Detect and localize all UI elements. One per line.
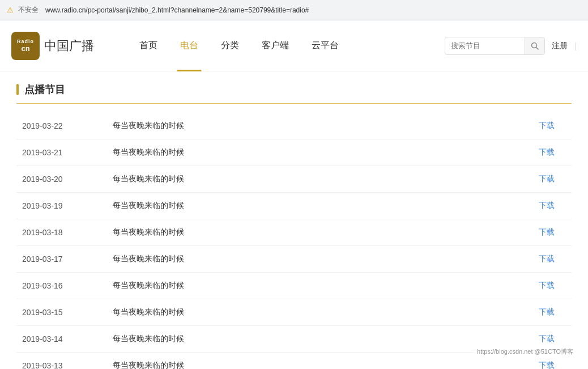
logo-area: Radio cn 中国广播	[11, 32, 94, 60]
browser-address-bar: ⚠ 不安全 www.radio.cn/pc-portal/sanji/zhibo…	[0, 0, 588, 20]
download-link[interactable]: 下载	[539, 307, 555, 317]
header-right: 注册 |	[445, 37, 577, 55]
download-link[interactable]: 下载	[539, 174, 555, 184]
program-date: 2019-03-13	[22, 361, 113, 369]
main-content: 点播节目 2019-03-22每当夜晚来临的时候下载2019-03-21每当夜晚…	[16, 71, 572, 369]
program-list: 2019-03-22每当夜晚来临的时候下载2019-03-21每当夜晚来临的时候…	[16, 113, 572, 369]
logo-cn-text: cn	[21, 44, 29, 53]
header-divider: |	[574, 41, 577, 50]
program-name: 每当夜晚来临的时候	[113, 360, 539, 369]
search-icon	[531, 42, 539, 50]
program-name: 每当夜晚来临的时候	[113, 201, 539, 211]
program-name: 每当夜晚来临的时候	[113, 174, 539, 184]
program-date: 2019-03-22	[22, 121, 113, 130]
program-name: 每当夜晚来临的时候	[113, 281, 539, 291]
main-nav: 首页 电台 分类 客户端 云平台	[128, 20, 445, 71]
download-link[interactable]: 下载	[539, 201, 555, 211]
program-date: 2019-03-14	[22, 334, 113, 343]
program-date: 2019-03-15	[22, 308, 113, 317]
program-row: 2019-03-17每当夜晚来临的时候下载	[16, 246, 572, 273]
insecure-label: 不安全	[18, 5, 39, 15]
section-title: 点播节目	[16, 83, 572, 104]
logo-icon: Radio cn	[11, 32, 40, 60]
site-name: 中国广播	[44, 37, 94, 54]
program-name: 每当夜晚来临的时候	[113, 307, 539, 317]
program-date: 2019-03-18	[22, 228, 113, 237]
program-row: 2019-03-21每当夜晚来临的时候下载	[16, 139, 572, 166]
download-link[interactable]: 下载	[539, 360, 555, 369]
program-row: 2019-03-16每当夜晚来临的时候下载	[16, 273, 572, 299]
program-name: 每当夜晚来临的时候	[113, 254, 539, 264]
program-date: 2019-03-20	[22, 175, 113, 184]
program-date: 2019-03-19	[22, 201, 113, 210]
program-date: 2019-03-16	[22, 281, 113, 290]
svg-line-1	[536, 47, 539, 49]
site-header: Radio cn 中国广播 首页 电台 分类 客户端 云平台 注	[0, 20, 588, 71]
url-bar: www.radio.cn/pc-portal/sanji/zhibo_2.htm…	[45, 6, 309, 14]
nav-home[interactable]: 首页	[128, 20, 169, 71]
security-warning-icon: ⚠	[7, 6, 14, 14]
program-row: 2019-03-22每当夜晚来临的时候下载	[16, 113, 572, 139]
download-link[interactable]: 下载	[539, 254, 555, 264]
search-input[interactable]	[445, 41, 525, 50]
download-link[interactable]: 下载	[539, 147, 555, 158]
program-row: 2019-03-20每当夜晚来临的时候下载	[16, 166, 572, 193]
program-row: 2019-03-19每当夜晚来临的时候下载	[16, 193, 572, 219]
nav-categories[interactable]: 分类	[210, 20, 250, 71]
program-date: 2019-03-21	[22, 148, 113, 157]
site-wrapper: Radio cn 中国广播 首页 电台 分类 客户端 云平台 注	[0, 20, 588, 369]
program-name: 每当夜晚来临的时候	[113, 121, 539, 131]
watermark: https://blog.csdn.net @51CTO博客	[474, 346, 577, 358]
nav-client[interactable]: 客户端	[250, 20, 300, 71]
program-date: 2019-03-17	[22, 255, 113, 264]
program-name: 每当夜晚来临的时候	[113, 147, 539, 158]
download-link[interactable]: 下载	[539, 281, 555, 291]
download-link[interactable]: 下载	[539, 227, 555, 237]
nav-stations[interactable]: 电台	[169, 20, 210, 71]
program-row: 2019-03-15每当夜晚来临的时候下载	[16, 299, 572, 326]
program-name: 每当夜晚来临的时候	[113, 334, 539, 344]
search-box	[445, 37, 545, 55]
logo-radio-text: Radio	[17, 39, 34, 44]
download-link[interactable]: 下载	[539, 121, 555, 131]
search-button[interactable]	[525, 37, 544, 55]
nav-cloud[interactable]: 云平台	[300, 20, 350, 71]
register-button[interactable]: 注册	[552, 41, 568, 51]
program-name: 每当夜晚来临的时候	[113, 227, 539, 237]
download-link[interactable]: 下载	[539, 334, 555, 344]
program-row: 2019-03-18每当夜晚来临的时候下载	[16, 219, 572, 246]
